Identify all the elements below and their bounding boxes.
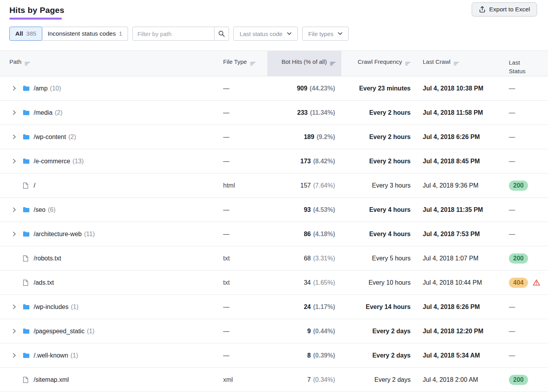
last-status-code-dropdown[interactable]: Last status code (233, 27, 297, 41)
bot-hits-cell: 8 (0.39%) (267, 343, 341, 367)
column-label: Path (9, 58, 22, 65)
table-row[interactable]: /ads.txt txt 34 (1.65%) Every 10 hours J… (0, 271, 548, 295)
bot-hits-cell: 233 (11.34%) (267, 101, 341, 125)
bot-hits-percent: (1.65%) (313, 279, 335, 286)
sort-icon[interactable] (405, 60, 411, 67)
tab-inconsistent-status-codes[interactable]: Inconsistent status codes 1 (42, 27, 128, 41)
table-row[interactable]: /pagespeed_static (1) — 9 (0.44%) Every … (0, 319, 548, 343)
export-label: Export to Excel (489, 6, 530, 13)
bot-hits-cell: 189 (9.2%) (267, 125, 341, 149)
tab-all[interactable]: All 385 (9, 27, 42, 41)
file-types-dropdown[interactable]: File types (302, 27, 349, 41)
status-badge: — (509, 206, 515, 213)
sort-icon[interactable] (454, 60, 459, 67)
crawl-frequency-cell: Every 4 hours (341, 198, 416, 222)
sort-icon[interactable] (25, 60, 30, 67)
bot-hits-value: 34 (304, 279, 311, 286)
file-type-cell: txt (218, 246, 267, 270)
crawl-frequency-cell: Every 10 hours (341, 271, 416, 294)
last-crawl-cell: Jul 4, 2018 9:36 PM (416, 173, 502, 197)
last-status-cell: — (502, 198, 548, 222)
column-header-bot-hits[interactable]: Bot Hits (% of all) (267, 51, 341, 76)
expand-chevron-icon[interactable] (13, 329, 23, 334)
topbar: Hits by Pages Export to Excel (0, 0, 548, 23)
table-row[interactable]: /robots.txt txt 68 (3.31%) Every 5 hours… (0, 246, 548, 271)
table-row[interactable]: /wp-includes (1) — 24 (1.17%) Every 14 h… (0, 295, 548, 319)
table-row[interactable]: /sitemap.xml xml 7 (0.34%) Every 2 days … (0, 368, 548, 392)
folder-icon (23, 328, 34, 334)
path-cell: /seo (6) (0, 198, 218, 222)
bot-hits-percent: (11.34%) (310, 109, 335, 116)
status-badge: 200 (509, 375, 528, 385)
bot-hits-cell: 173 (8.42%) (267, 149, 341, 173)
path-filter (132, 27, 229, 41)
table-header: Path File Type Bot Hits (% of all) Crawl… (0, 51, 548, 76)
table-row[interactable]: /media (2) — 233 (11.34%) Every 2 hours … (0, 101, 548, 125)
table-row[interactable]: /seo (6) — 93 (4.53%) Every 4 hours Jul … (0, 198, 548, 222)
path-filter-input[interactable] (132, 27, 215, 41)
status-badge: — (509, 134, 515, 141)
path-cell: /wp-includes (1) (0, 295, 218, 319)
export-to-excel-button[interactable]: Export to Excel (472, 2, 537, 16)
path-count: (13) (72, 158, 83, 165)
bot-hits-cell: 909 (44.23%) (267, 76, 341, 100)
bot-hits-cell: 24 (1.17%) (267, 295, 341, 319)
expand-chevron-icon[interactable] (13, 134, 23, 139)
bot-hits-cell: 68 (3.31%) (267, 246, 341, 270)
expand-chevron-icon[interactable] (13, 159, 23, 164)
path-count: (1) (70, 352, 78, 359)
last-crawl-cell: Jul 4, 2018 12:20 PM (416, 319, 502, 343)
column-header-file-type[interactable]: File Type (218, 51, 267, 76)
last-status-cell: — (502, 76, 548, 100)
expand-chevron-icon[interactable] (13, 377, 23, 382)
column-header-crawl-frequency[interactable]: Crawl Frequency (341, 51, 416, 76)
folder-icon (23, 207, 34, 213)
crawl-frequency-cell: Every 2 days (341, 319, 416, 343)
search-button[interactable] (215, 27, 229, 41)
path-cell: /e-commerce (13) (0, 149, 218, 173)
expand-chevron-icon[interactable] (13, 353, 23, 358)
file-icon (23, 376, 34, 383)
table-row[interactable]: / html 157 (7.64%) Every 3 hours Jul 4, … (0, 173, 548, 198)
bot-hits-value: 93 (304, 206, 311, 213)
sort-icon[interactable] (330, 60, 335, 67)
bot-hits-percent: (44.23%) (310, 85, 335, 92)
expand-chevron-icon[interactable] (13, 304, 23, 309)
bot-hits-percent: (0.44%) (313, 328, 335, 335)
table-row[interactable]: /amp (10) — 909 (44.23%) Every 23 minute… (0, 76, 548, 101)
bot-hits-cell: 86 (4.18%) (267, 222, 341, 246)
column-header-path[interactable]: Path (0, 51, 218, 76)
last-status-cell: — (502, 101, 548, 125)
table-row[interactable]: /architecture-web (11) — 86 (4.18%) Ever… (0, 222, 548, 246)
expand-chevron-icon[interactable] (13, 86, 23, 91)
expand-chevron-icon[interactable] (13, 183, 23, 188)
table-row[interactable]: /e-commerce (13) — 173 (8.42%) Every 2 h… (0, 149, 548, 173)
expand-chevron-icon[interactable] (13, 207, 23, 212)
bot-hits-cell: 7 (0.34%) (267, 368, 341, 392)
bot-hits-value: 8 (307, 352, 311, 359)
expand-chevron-icon[interactable] (13, 231, 23, 237)
table-row[interactable]: /.well-known (1) — 8 (0.39%) Every 2 day… (0, 343, 548, 368)
path-count: (11) (84, 231, 95, 238)
expand-chevron-icon[interactable] (13, 280, 23, 285)
last-status-cell: — (502, 343, 548, 367)
folder-icon (23, 231, 34, 237)
table-row[interactable]: /wp-content (2) — 189 (9.2%) Every 2 hou… (0, 125, 548, 149)
expand-chevron-icon[interactable] (13, 256, 23, 261)
filter-bar: All 385 Inconsistent status codes 1 Last… (9, 27, 548, 41)
last-status-cell: — (502, 125, 548, 149)
sort-icon[interactable] (250, 60, 256, 67)
path-label: /robots.txt (34, 255, 61, 262)
expand-chevron-icon[interactable] (13, 110, 23, 115)
crawl-frequency-cell: Every 4 hours (341, 222, 416, 246)
path-cell: /wp-content (2) (0, 125, 218, 149)
status-badge: — (509, 303, 515, 311)
last-crawl-cell: Jul 4, 2018 6:26 PM (416, 125, 502, 149)
bot-hits-value: 7 (307, 376, 311, 383)
bot-hits-percent: (0.34%) (313, 376, 335, 383)
column-header-last-crawl[interactable]: Last Crawl (416, 51, 502, 76)
folder-icon (23, 134, 34, 140)
bot-hits-percent: (4.53%) (313, 206, 335, 213)
crawl-frequency-cell: Every 23 minutes (341, 76, 416, 100)
bot-hits-percent: (1.17%) (313, 303, 335, 311)
